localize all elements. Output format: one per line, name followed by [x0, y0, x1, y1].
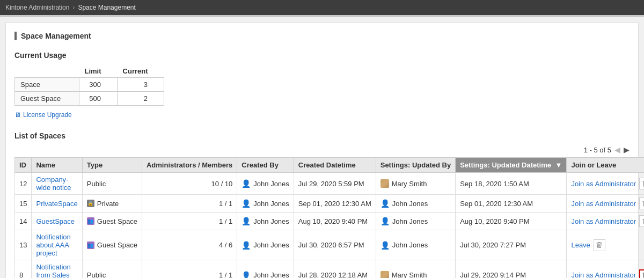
table-row: 14 GuestSpace 👥 Guest Space 1 / 1 👤 John…: [15, 213, 645, 230]
join-as-administrator-link[interactable]: Join as Administrator: [571, 180, 636, 188]
space-name-link[interactable]: GuestSpace: [36, 217, 75, 225]
leave-link[interactable]: Leave: [571, 241, 590, 249]
license-upgrade-label: License Upgrade: [23, 111, 72, 119]
settings-updated-by-name: John Jones: [392, 200, 428, 208]
created-by-name: John Jones: [253, 200, 289, 208]
settings-updated-datetime: Sep 01, 2020 12:30 AM: [456, 195, 567, 213]
type-label: Private: [97, 200, 119, 208]
join-as-administrator-link[interactable]: Join as Administrator: [571, 200, 636, 208]
space-name-link[interactable]: Notification from Sales Dep.: [36, 263, 70, 278]
settings-updated-datetime: Aug 10, 2020 9:40 PM: [456, 213, 567, 230]
settings-updated-by-name: Mary Smith: [392, 180, 427, 188]
col-header-created-datetime[interactable]: Created Datetime: [294, 158, 376, 173]
created-datetime: Sep 01, 2020 12:30 AM: [294, 195, 376, 213]
col-header-join-or-leave[interactable]: Join or Leave: [567, 158, 644, 173]
avatar-icon: 👤: [241, 271, 251, 279]
join-or-leave-cell: Leave: [567, 230, 644, 260]
list-of-spaces-title: List of Spaces: [14, 131, 630, 140]
space-name-link[interactable]: PrivateSpace: [36, 200, 77, 208]
join-or-leave-cell: Join as Administrator: [567, 213, 644, 230]
table-row: 13 Notification about AAA project 👥 Gues…: [15, 230, 645, 260]
pagination-prev[interactable]: ◀: [614, 145, 620, 154]
guest-icon: 👥: [87, 242, 94, 249]
created-by: 👤 John Jones: [237, 230, 294, 260]
trash-icon: [642, 200, 644, 207]
trash-icon: [642, 272, 644, 278]
created-by: 👤 John Jones: [237, 260, 294, 279]
space-type: Public: [82, 173, 142, 195]
settings-updated-by-name: John Jones: [392, 217, 428, 225]
settings-updated-by-name: Mary Smith: [392, 271, 427, 278]
settings-updated-datetime: Jul 29, 2020 9:14 PM: [456, 260, 567, 279]
space-name: Notification about AAA project: [32, 230, 82, 260]
usage-row: Guest Space 500 2: [15, 92, 164, 106]
avatar-icon: 👤: [380, 199, 390, 208]
trash-icon: [642, 180, 644, 187]
delete-button[interactable]: [594, 239, 605, 251]
space-type: Public: [82, 260, 142, 279]
breadcrumb-separator: ›: [72, 4, 75, 11]
created-by-name: John Jones: [253, 180, 289, 188]
col-header-created-by[interactable]: Created By: [237, 158, 294, 173]
table-row: 8 Notification from Sales Dep. Public 1 …: [15, 260, 645, 279]
spaces-table: IDNameTypeAdministrators / MembersCreate…: [14, 157, 644, 278]
col-header-settings:-updated-datetime[interactable]: Settings: Updated Datetime ▼: [456, 158, 567, 173]
delete-button[interactable]: [639, 178, 644, 189]
sort-arrow-icon: ▼: [555, 161, 562, 169]
avatar-photo: [380, 271, 389, 279]
join-or-leave-cell: Join as Administrator: [567, 260, 644, 279]
settings-updated-by: Mary Smith: [376, 173, 455, 195]
col-header-administrators-/-members[interactable]: Administrators / Members: [142, 158, 237, 173]
created-by: 👤 John Jones: [237, 213, 294, 230]
usage-row-current: 3: [118, 78, 164, 92]
lock-icon: 🔒: [87, 200, 94, 207]
settings-updated-by: 👤 John Jones: [376, 213, 455, 230]
space-name: Notification from Sales Dep.: [32, 260, 82, 279]
settings-updated-by: Mary Smith: [376, 260, 455, 279]
avatar-icon: 👤: [241, 217, 251, 225]
created-by-name: John Jones: [253, 217, 289, 225]
list-section: List of Spaces 1 - 5 of 5 ◀ ▶ IDNameType…: [14, 131, 630, 278]
breadcrumb-space-management[interactable]: Space Management: [78, 4, 135, 11]
delete-button[interactable]: [639, 197, 644, 209]
created-datetime: Jul 30, 2020 6:57 PM: [294, 230, 376, 260]
created-by: 👤 John Jones: [237, 195, 294, 213]
pagination-next[interactable]: ▶: [624, 145, 630, 154]
type-label: Public: [87, 180, 106, 188]
usage-row-name: Guest Space: [15, 92, 79, 106]
space-name: Company-wide notice: [32, 173, 82, 195]
delete-button[interactable]: [639, 269, 644, 279]
space-name-link[interactable]: Company-wide notice: [36, 175, 71, 192]
delete-button[interactable]: [639, 215, 644, 227]
col-header-id[interactable]: ID: [15, 158, 32, 173]
col-header-type[interactable]: Type: [82, 158, 142, 173]
space-id: 14: [15, 213, 32, 230]
join-as-administrator-link[interactable]: Join as Administrator: [571, 271, 636, 278]
type-label: Guest Space: [97, 241, 137, 249]
space-id: 13: [15, 230, 32, 260]
separator-bar: [0, 15, 644, 17]
license-upgrade-link[interactable]: 🖥 License Upgrade: [14, 111, 630, 119]
usage-row: Space 300 3: [15, 78, 164, 92]
avatar-icon: 👤: [380, 217, 390, 225]
col-header-name[interactable]: Name: [32, 158, 82, 173]
type-label: Guest Space: [97, 217, 137, 225]
table-row: 15 PrivateSpace 🔒 Private 1 / 1 👤 John J…: [15, 195, 645, 213]
usage-col-name: [15, 65, 79, 78]
space-name-link[interactable]: Notification about AAA project: [36, 233, 70, 257]
col-header-settings:-updated-by[interactable]: Settings: Updated By: [376, 158, 455, 173]
created-by-name: John Jones: [253, 241, 289, 249]
created-datetime: Jul 29, 2020 5:59 PM: [294, 173, 376, 195]
space-members: 1 / 1: [142, 195, 237, 213]
join-as-administrator-link[interactable]: Join as Administrator: [571, 217, 636, 225]
table-row: 12 Company-wide notice Public 10 / 10 👤 …: [15, 173, 645, 195]
usage-row-name: Space: [15, 78, 79, 92]
avatar-icon: 👤: [241, 241, 251, 250]
usage-col-limit: Limit: [79, 65, 118, 78]
avatar-photo: [380, 179, 389, 188]
space-type: 👥 Guest Space: [82, 230, 142, 260]
space-id: 15: [15, 195, 32, 213]
breadcrumb-kintone[interactable]: Kintone Administration: [5, 4, 69, 11]
settings-updated-by: 👤 John Jones: [376, 230, 455, 260]
license-icon: 🖥: [14, 111, 21, 119]
